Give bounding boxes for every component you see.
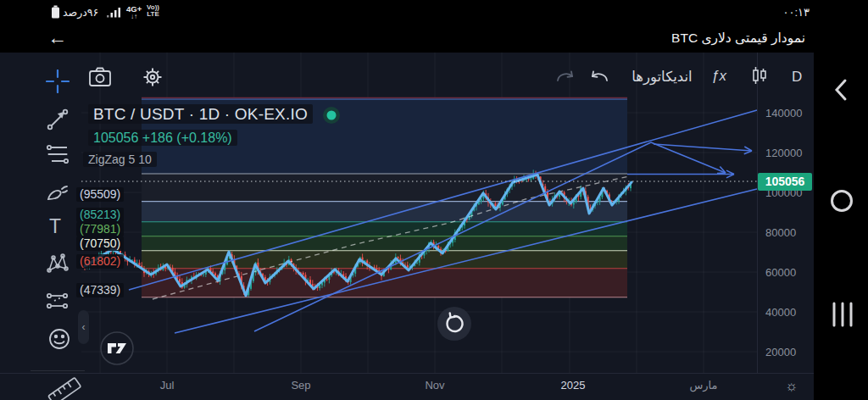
price-change-row: 105056 +186 (+0.18%) bbox=[88, 130, 237, 146]
settings-gear-icon[interactable] bbox=[142, 66, 164, 88]
legend: BTC / USDT · 1D · OK-EX.IO 105056 +186 (… bbox=[88, 105, 342, 167]
nav-recents-icon[interactable] bbox=[831, 302, 854, 327]
time-tick-label: Sep bbox=[291, 379, 310, 392]
connection-status-dot bbox=[321, 105, 342, 125]
forecast-tool-icon[interactable] bbox=[46, 289, 70, 313]
redo-icon[interactable] bbox=[555, 68, 576, 85]
symbol-title[interactable]: BTC / USDT · 1D · OK-EX.IO bbox=[88, 104, 313, 124]
time-tick-label: 2025 bbox=[561, 379, 586, 392]
level-label: (61802) bbox=[76, 254, 124, 269]
indicator-row[interactable]: ZigZag 5 10 bbox=[83, 152, 157, 167]
price-tick-label: 140000 bbox=[765, 107, 813, 119]
last-price-badge: 105056 bbox=[758, 173, 812, 191]
undo-icon[interactable] bbox=[589, 68, 609, 85]
android-nav-bar bbox=[814, 0, 868, 400]
level-label: (85213) bbox=[76, 208, 124, 222]
time-tick-label: Jul bbox=[160, 379, 175, 392]
trend-line-tool-icon[interactable] bbox=[46, 108, 70, 131]
theme-toggle-icon[interactable]: ☼ bbox=[785, 378, 798, 395]
price-tick-label: 20000 bbox=[765, 346, 813, 358]
collapse-sidebar-handle[interactable]: ‹ bbox=[78, 310, 89, 344]
price-tick-label: 120000 bbox=[765, 147, 813, 159]
interval-button[interactable]: D bbox=[792, 69, 802, 86]
candlestick-style-icon[interactable] bbox=[749, 64, 770, 88]
brush-tool-icon[interactable] bbox=[46, 181, 70, 205]
fx-indicators-icon[interactable]: ƒx bbox=[711, 68, 726, 85]
fib-lines-tool-icon[interactable] bbox=[46, 143, 70, 167]
price-tick-label: 80000 bbox=[765, 226, 813, 239]
level-label: (77981) bbox=[76, 222, 124, 236]
reload-chart-button[interactable] bbox=[436, 305, 473, 342]
tradingview-logo[interactable] bbox=[99, 331, 135, 366]
level-label: (95509) bbox=[76, 187, 124, 202]
sidebar-divider bbox=[31, 370, 85, 371]
level-label: (70750) bbox=[76, 236, 124, 251]
level-label: (47339) bbox=[76, 283, 124, 297]
nav-home-icon[interactable] bbox=[829, 188, 854, 214]
camera-icon[interactable] bbox=[88, 66, 112, 88]
text-tool-icon[interactable]: T bbox=[49, 215, 61, 238]
emoji-tool-icon[interactable] bbox=[47, 327, 71, 351]
xabcd-pattern-tool-icon[interactable] bbox=[46, 252, 70, 275]
price-axis[interactable] bbox=[757, 53, 815, 373]
price-tick-label: 40000 bbox=[765, 306, 813, 319]
crosshair-tool-icon[interactable] bbox=[46, 69, 70, 93]
phone-screen: ۹۶درصد 4G+ ↓↑ Vo)) LTE ۰۰:۱۳ ← نمودار قی… bbox=[0, 0, 868, 400]
time-tick-label: Nov bbox=[425, 379, 444, 392]
nav-back-icon[interactable] bbox=[832, 78, 849, 102]
price-tick-label: 60000 bbox=[765, 266, 813, 279]
measure-ruler-icon[interactable] bbox=[47, 374, 83, 400]
time-tick-label: مارس bbox=[689, 379, 717, 392]
indicators-button[interactable]: اندیکاتورها bbox=[621, 69, 703, 85]
